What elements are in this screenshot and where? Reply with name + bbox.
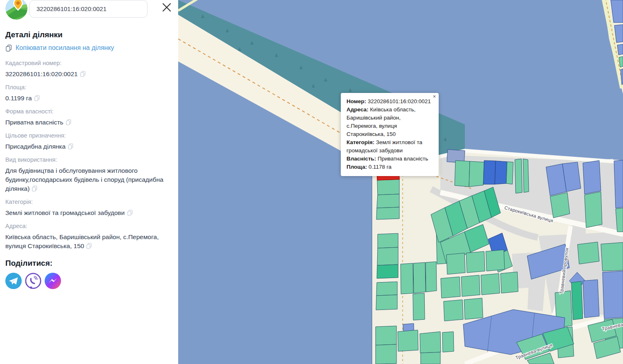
popup-row: Адреса: Київська область, Баришівський р… [347,106,433,138]
copy-value-icon[interactable] [127,210,133,216]
search-row [0,0,178,20]
copy-link-button[interactable]: Копіювати посилання на ділянку [6,44,173,52]
share-messenger-button[interactable] [45,273,61,289]
field-label: Кадастровий номер: [5,60,168,66]
copy-value-icon[interactable] [32,185,37,192]
copy-value-icon[interactable] [80,71,86,77]
field-value: Приватна власність [5,119,63,126]
field-value: Землі житлової та громадської забудови [5,209,125,216]
field-ownership: Форма власності: Приватна власність [5,108,168,127]
field-label: Форма власності: [5,108,168,115]
close-panel-button[interactable] [161,2,173,14]
popup-row: Власність: Приватна власність [347,155,433,163]
field-label: Адреса: [5,223,168,229]
field-cadastral-number: Кадастровий номер: 3220286101:16:020:002… [5,60,168,79]
popup-close-button[interactable]: × [433,94,436,99]
share-title: Поділитися: [5,259,173,268]
close-icon [161,2,172,13]
field-label: Категорія: [5,199,168,205]
app-logo[interactable] [5,0,27,20]
field-use-type: Вид використання: Для будівництва і обсл… [5,156,168,193]
share-viber-button[interactable] [25,273,41,289]
copy-link-icon [6,45,12,52]
field-address: Адреса: Київська область, Баришівський р… [5,223,168,251]
popup-row: Площа: 0.1178 га [347,163,433,171]
details-panel: Деталі ділянки Копіювати посилання на ді… [0,0,178,364]
map[interactable]: Старокиївська вулиця Травневий провулок … [178,0,623,364]
field-value: Присадибна ділянка [5,143,66,150]
field-category: Категорія: Землі житлової та громадської… [5,199,168,217]
copy-link-label: Копіювати посилання на ділянку [16,44,114,52]
panel-title: Деталі ділянки [5,30,173,39]
share-row [5,273,173,289]
field-label: Вид використання: [5,156,168,163]
map-popup: × Номер: 3220286101:16:020:0021 Адреса: … [341,93,439,176]
popup-row: Категорія: Землі житлової та громадської… [347,138,433,155]
field-value: 0.1199 га [5,95,32,102]
field-value: Київська область, Баришівський район, с.… [5,233,159,249]
field-value: Для будівництва і обслуговування житлово… [5,167,163,192]
app-window: Старокиївська вулиця Травневий провулок … [0,0,623,364]
field-label: Цільове призначення: [5,132,168,139]
copy-value-icon[interactable] [34,95,40,101]
messenger-icon [45,273,61,289]
copy-value-icon[interactable] [86,243,92,249]
copy-value-icon[interactable] [66,119,71,125]
field-label: Площа: [5,84,168,90]
viber-icon [25,273,41,289]
share-telegram-button[interactable] [5,273,22,289]
parcel-fields: Кадастровий номер: 3220286101:16:020:002… [5,60,168,251]
search-input[interactable] [29,0,147,18]
field-purpose: Цільове призначення: Присадибна ділянка [5,132,168,151]
popup-row: Номер: 3220286101:16:020:0021 [347,97,433,106]
telegram-icon [5,273,22,289]
field-area: Площа: 0.1199 га [5,84,168,103]
copy-value-icon[interactable] [68,143,73,149]
field-value: 3220286101:16:020:0021 [5,70,78,77]
